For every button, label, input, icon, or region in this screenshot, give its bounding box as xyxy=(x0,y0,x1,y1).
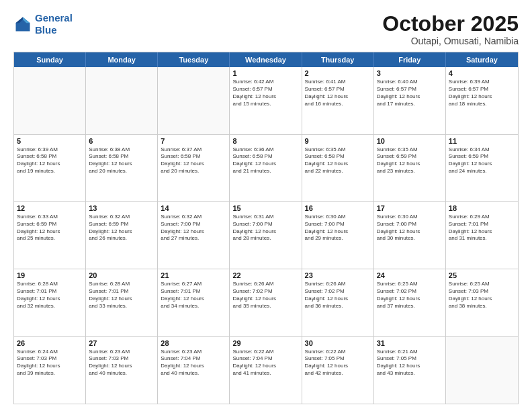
day-info-19: Sunrise: 6:28 AM Sunset: 7:01 PM Dayligh… xyxy=(17,281,83,310)
day-number-23: 23 xyxy=(305,271,371,279)
day-info-3: Sunrise: 6:40 AM Sunset: 6:57 PM Dayligh… xyxy=(377,79,443,107)
calendar-cell-0-1 xyxy=(86,67,158,134)
calendar-cell-2-6: 18Sunrise: 6:29 AM Sunset: 7:01 PM Dayli… xyxy=(446,202,518,269)
calendar-cell-2-2: 14Sunrise: 6:32 AM Sunset: 7:00 PM Dayli… xyxy=(158,202,230,269)
day-number-1: 1 xyxy=(232,69,298,77)
day-info-6: Sunrise: 6:38 AM Sunset: 6:58 PM Dayligh… xyxy=(89,146,154,175)
calendar-row-3: 19Sunrise: 6:28 AM Sunset: 7:01 PM Dayli… xyxy=(14,269,518,336)
page: General Blue October 2025 Outapi, Omusat… xyxy=(0,0,532,411)
day-info-26: Sunrise: 6:24 AM Sunset: 7:03 PM Dayligh… xyxy=(17,349,83,377)
calendar-cell-4-3: 29Sunrise: 6:22 AM Sunset: 7:04 PM Dayli… xyxy=(230,337,302,404)
calendar-cell-0-0 xyxy=(14,67,86,134)
calendar-cell-1-2: 7Sunrise: 6:37 AM Sunset: 6:58 PM Daylig… xyxy=(158,135,230,201)
calendar-cell-4-5: 31Sunrise: 6:21 AM Sunset: 7:05 PM Dayli… xyxy=(374,337,446,404)
calendar-cell-3-2: 21Sunrise: 6:27 AM Sunset: 7:01 PM Dayli… xyxy=(158,269,230,336)
day-info-13: Sunrise: 6:32 AM Sunset: 6:59 PM Dayligh… xyxy=(89,214,154,242)
day-info-9: Sunrise: 6:35 AM Sunset: 6:58 PM Dayligh… xyxy=(305,146,371,175)
day-number-10: 10 xyxy=(377,137,443,145)
day-number-14: 14 xyxy=(161,204,226,212)
day-number-2: 2 xyxy=(305,69,371,77)
day-number-27: 27 xyxy=(89,339,154,347)
calendar-cell-1-6: 11Sunrise: 6:34 AM Sunset: 6:59 PM Dayli… xyxy=(446,135,518,201)
calendar-cell-4-0: 26Sunrise: 6:24 AM Sunset: 7:03 PM Dayli… xyxy=(14,337,86,404)
calendar-cell-1-4: 9Sunrise: 6:35 AM Sunset: 6:58 PM Daylig… xyxy=(302,135,374,201)
location-subtitle: Outapi, Omusati, Namibia xyxy=(382,36,519,46)
weekday-tuesday: Tuesday xyxy=(158,52,230,67)
calendar-cell-0-5: 3Sunrise: 6:40 AM Sunset: 6:57 PM Daylig… xyxy=(374,67,446,134)
calendar-cell-4-4: 30Sunrise: 6:22 AM Sunset: 7:05 PM Dayli… xyxy=(302,337,374,404)
calendar-cell-2-3: 15Sunrise: 6:31 AM Sunset: 7:00 PM Dayli… xyxy=(230,202,302,269)
day-info-11: Sunrise: 6:34 AM Sunset: 6:59 PM Dayligh… xyxy=(449,146,515,175)
day-number-30: 30 xyxy=(305,339,371,347)
day-info-1: Sunrise: 6:42 AM Sunset: 6:57 PM Dayligh… xyxy=(232,79,298,107)
header: General Blue October 2025 Outapi, Omusat… xyxy=(13,12,519,46)
logo: General Blue xyxy=(13,12,73,36)
day-number-22: 22 xyxy=(232,271,298,279)
day-number-26: 26 xyxy=(17,339,83,347)
day-number-4: 4 xyxy=(449,69,515,77)
day-number-8: 8 xyxy=(232,137,298,145)
day-info-18: Sunrise: 6:29 AM Sunset: 7:01 PM Dayligh… xyxy=(449,214,515,242)
calendar-cell-1-1: 6Sunrise: 6:38 AM Sunset: 6:58 PM Daylig… xyxy=(86,135,158,201)
calendar-row-2: 12Sunrise: 6:33 AM Sunset: 6:59 PM Dayli… xyxy=(14,201,518,269)
calendar-cell-0-2 xyxy=(158,67,230,134)
day-number-18: 18 xyxy=(449,204,515,212)
day-number-24: 24 xyxy=(377,271,443,279)
day-number-5: 5 xyxy=(17,137,83,145)
day-info-5: Sunrise: 6:39 AM Sunset: 6:58 PM Dayligh… xyxy=(17,146,83,175)
calendar-cell-3-1: 20Sunrise: 6:28 AM Sunset: 7:01 PM Dayli… xyxy=(86,269,158,336)
calendar-cell-2-0: 12Sunrise: 6:33 AM Sunset: 6:59 PM Dayli… xyxy=(14,202,86,269)
day-info-24: Sunrise: 6:25 AM Sunset: 7:02 PM Dayligh… xyxy=(377,281,443,310)
day-number-20: 20 xyxy=(89,271,154,279)
day-number-15: 15 xyxy=(232,204,298,212)
calendar-cell-3-5: 24Sunrise: 6:25 AM Sunset: 7:02 PM Dayli… xyxy=(374,269,446,336)
day-number-31: 31 xyxy=(377,339,443,347)
calendar-cell-1-5: 10Sunrise: 6:35 AM Sunset: 6:59 PM Dayli… xyxy=(374,135,446,201)
logo-icon xyxy=(13,15,32,34)
calendar-cell-4-1: 27Sunrise: 6:23 AM Sunset: 7:03 PM Dayli… xyxy=(86,337,158,404)
title-block: October 2025 Outapi, Omusati, Namibia xyxy=(382,12,519,46)
calendar-cell-3-6: 25Sunrise: 6:25 AM Sunset: 7:03 PM Dayli… xyxy=(446,269,518,336)
calendar-header: Sunday Monday Tuesday Wednesday Thursday… xyxy=(14,52,518,67)
day-info-8: Sunrise: 6:36 AM Sunset: 6:58 PM Dayligh… xyxy=(232,146,298,175)
day-number-12: 12 xyxy=(17,204,83,212)
weekday-thursday: Thursday xyxy=(302,52,374,67)
calendar-cell-2-4: 16Sunrise: 6:30 AM Sunset: 7:00 PM Dayli… xyxy=(302,202,374,269)
calendar-row-1: 5Sunrise: 6:39 AM Sunset: 6:58 PM Daylig… xyxy=(14,134,518,201)
logo-text: General Blue xyxy=(35,12,73,36)
day-info-15: Sunrise: 6:31 AM Sunset: 7:00 PM Dayligh… xyxy=(232,214,298,242)
day-info-4: Sunrise: 6:39 AM Sunset: 6:57 PM Dayligh… xyxy=(449,79,515,107)
weekday-monday: Monday xyxy=(86,52,158,67)
day-info-16: Sunrise: 6:30 AM Sunset: 7:00 PM Dayligh… xyxy=(305,214,371,242)
calendar-cell-3-4: 23Sunrise: 6:26 AM Sunset: 7:02 PM Dayli… xyxy=(302,269,374,336)
day-number-6: 6 xyxy=(89,137,154,145)
calendar-cell-1-0: 5Sunrise: 6:39 AM Sunset: 6:58 PM Daylig… xyxy=(14,135,86,201)
day-info-30: Sunrise: 6:22 AM Sunset: 7:05 PM Dayligh… xyxy=(305,349,371,377)
day-number-11: 11 xyxy=(449,137,515,145)
day-info-31: Sunrise: 6:21 AM Sunset: 7:05 PM Dayligh… xyxy=(377,349,443,377)
calendar-row-0: 1Sunrise: 6:42 AM Sunset: 6:57 PM Daylig… xyxy=(14,67,518,134)
day-number-28: 28 xyxy=(161,339,226,347)
day-number-21: 21 xyxy=(161,271,226,279)
day-info-28: Sunrise: 6:23 AM Sunset: 7:04 PM Dayligh… xyxy=(161,349,226,377)
day-number-9: 9 xyxy=(305,137,371,145)
calendar-cell-0-3: 1Sunrise: 6:42 AM Sunset: 6:57 PM Daylig… xyxy=(230,67,302,134)
calendar-cell-0-6: 4Sunrise: 6:39 AM Sunset: 6:57 PM Daylig… xyxy=(446,67,518,134)
calendar-cell-2-5: 17Sunrise: 6:30 AM Sunset: 7:00 PM Dayli… xyxy=(374,202,446,269)
calendar-cell-3-3: 22Sunrise: 6:26 AM Sunset: 7:02 PM Dayli… xyxy=(230,269,302,336)
day-number-13: 13 xyxy=(89,204,154,212)
weekday-sunday: Sunday xyxy=(14,52,86,67)
weekday-wednesday: Wednesday xyxy=(230,52,302,67)
calendar-cell-2-1: 13Sunrise: 6:32 AM Sunset: 6:59 PM Dayli… xyxy=(86,202,158,269)
day-number-25: 25 xyxy=(449,271,515,279)
day-info-29: Sunrise: 6:22 AM Sunset: 7:04 PM Dayligh… xyxy=(232,349,298,377)
day-info-20: Sunrise: 6:28 AM Sunset: 7:01 PM Dayligh… xyxy=(89,281,154,310)
weekday-saturday: Saturday xyxy=(446,52,518,67)
day-info-22: Sunrise: 6:26 AM Sunset: 7:02 PM Dayligh… xyxy=(232,281,298,310)
calendar-cell-4-6 xyxy=(446,337,518,404)
calendar-row-4: 26Sunrise: 6:24 AM Sunset: 7:03 PM Dayli… xyxy=(14,336,518,404)
day-info-12: Sunrise: 6:33 AM Sunset: 6:59 PM Dayligh… xyxy=(17,214,83,242)
calendar-cell-0-4: 2Sunrise: 6:41 AM Sunset: 6:57 PM Daylig… xyxy=(302,67,374,134)
calendar-cell-1-3: 8Sunrise: 6:36 AM Sunset: 6:58 PM Daylig… xyxy=(230,135,302,201)
day-info-14: Sunrise: 6:32 AM Sunset: 7:00 PM Dayligh… xyxy=(161,214,226,242)
